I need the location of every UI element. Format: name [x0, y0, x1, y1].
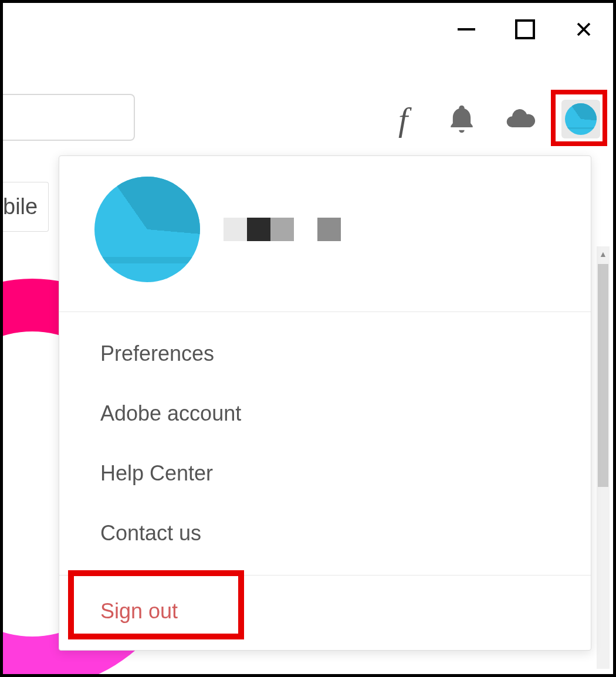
search-input[interactable] [3, 94, 135, 141]
menu-item-contact-us[interactable]: Contact us [59, 503, 591, 563]
avatar-icon [565, 103, 597, 135]
window-maximize-button[interactable] [513, 18, 537, 41]
window-minimize-button[interactable] [455, 18, 478, 41]
close-icon [575, 21, 593, 38]
sign-out-link[interactable]: Sign out [100, 599, 178, 624]
app-window: f bile ▲ [0, 0, 616, 677]
dropdown-footer: Sign out [59, 575, 591, 650]
toolbar-right: f [385, 100, 600, 138]
account-avatar-button[interactable] [561, 100, 600, 138]
menu-item-help-center[interactable]: Help Center [59, 444, 591, 503]
background-tab-partial[interactable]: bile [3, 182, 49, 232]
notifications-icon[interactable] [444, 101, 479, 137]
cloud-sync-icon[interactable] [503, 101, 538, 137]
window-close-button[interactable] [572, 18, 595, 41]
account-dropdown: Preferences Adobe account Help Center Co… [59, 155, 591, 651]
scroll-up-arrow-icon[interactable]: ▲ [597, 248, 610, 260]
menu-item-adobe-account[interactable]: Adobe account [59, 384, 591, 444]
menu-item-preferences[interactable]: Preferences [59, 324, 591, 384]
vertical-scrollbar[interactable]: ▲ [597, 246, 610, 669]
username-redacted [224, 218, 341, 241]
avatar-large-icon [94, 177, 200, 282]
dropdown-header [59, 156, 591, 312]
scrollbar-thumb[interactable] [598, 264, 608, 487]
window-controls [455, 18, 595, 41]
dropdown-menu-list: Preferences Adobe account Help Center Co… [59, 312, 591, 575]
fonts-icon[interactable]: f [385, 101, 421, 137]
